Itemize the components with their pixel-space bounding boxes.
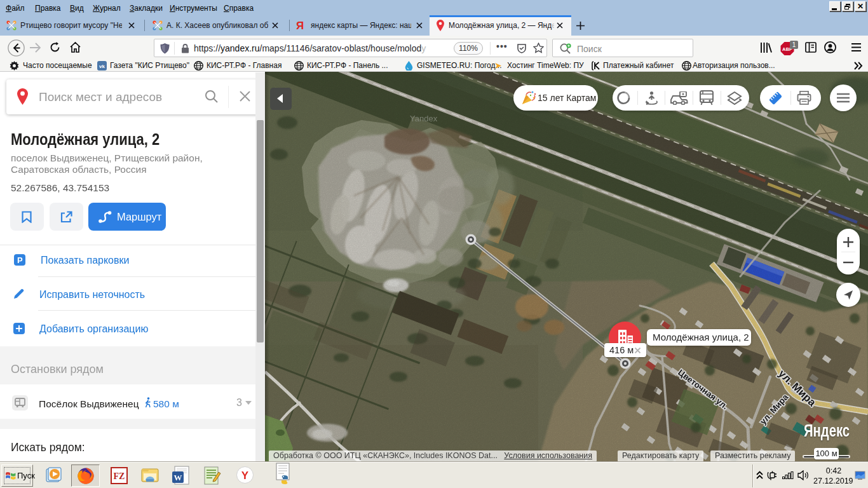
svg-text:FZ: FZ <box>114 471 125 481</box>
svg-text:1: 1 <box>792 41 796 48</box>
svg-text:vk: vk <box>99 64 105 69</box>
svg-text:W: W <box>174 473 182 482</box>
svg-text:Y: Y <box>241 470 249 482</box>
